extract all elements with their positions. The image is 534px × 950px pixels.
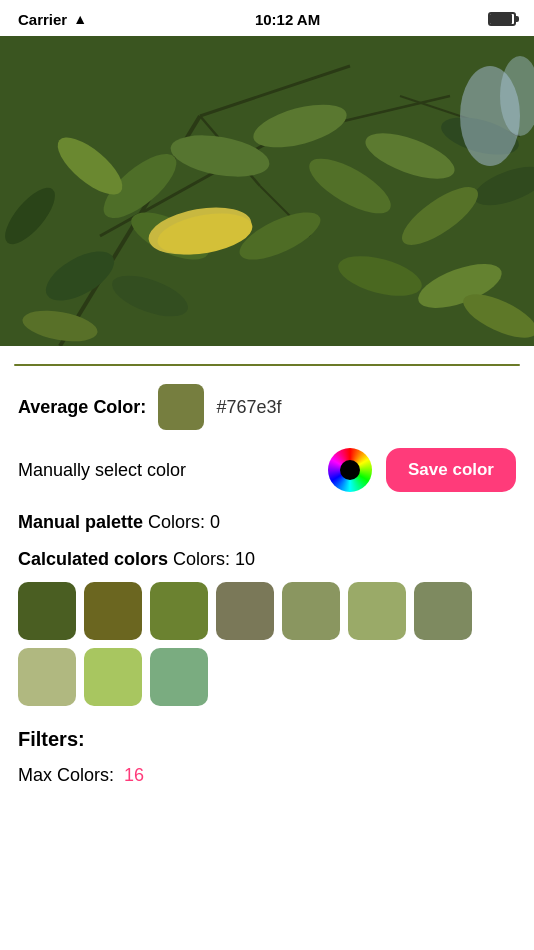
calculated-colors-label: Calculated colors xyxy=(18,549,168,569)
average-color-hex: #767e3f xyxy=(216,397,281,418)
average-color-row: Average Color: #767e3f xyxy=(18,384,516,430)
plant-photo xyxy=(0,36,534,346)
status-carrier-wifi: Carrier ▲ xyxy=(18,11,87,28)
max-colors-label: Max Colors: xyxy=(18,765,114,786)
calculated-colors-grid xyxy=(18,582,516,706)
color-swatch-1[interactable] xyxy=(84,582,142,640)
wifi-icon: ▲ xyxy=(73,11,87,27)
manual-select-label: Manually select color xyxy=(18,460,314,481)
color-swatch-9[interactable] xyxy=(150,648,208,706)
color-swatch-5[interactable] xyxy=(348,582,406,640)
main-content: Average Color: #767e3f Manually select c… xyxy=(0,366,534,806)
color-swatch-6[interactable] xyxy=(414,582,472,640)
calculated-colors-count: Colors: 10 xyxy=(173,549,255,569)
color-swatch-0[interactable] xyxy=(18,582,76,640)
plant-svg xyxy=(0,36,534,346)
calculated-colors-header: Calculated colors Colors: 10 xyxy=(18,549,516,570)
save-color-button[interactable]: Save color xyxy=(386,448,516,492)
filters-header: Filters: xyxy=(18,728,516,751)
color-swatch-4[interactable] xyxy=(282,582,340,640)
color-swatch-3[interactable] xyxy=(216,582,274,640)
average-color-label: Average Color: xyxy=(18,397,146,418)
color-swatch-2[interactable] xyxy=(150,582,208,640)
color-swatch-7[interactable] xyxy=(18,648,76,706)
battery-container xyxy=(488,12,516,26)
color-wheel-picker[interactable] xyxy=(328,448,372,492)
battery-fill xyxy=(490,14,512,24)
status-bar: Carrier ▲ 10:12 AM xyxy=(0,0,534,36)
average-color-swatch xyxy=(158,384,204,430)
manual-palette-label: Manual palette xyxy=(18,512,143,532)
color-wheel-center xyxy=(340,460,360,480)
battery-icon xyxy=(488,12,516,26)
max-colors-value: 16 xyxy=(124,765,144,786)
carrier-label: Carrier xyxy=(18,11,67,28)
max-colors-row: Max Colors: 16 xyxy=(18,765,516,786)
manual-select-row: Manually select color Save color xyxy=(18,448,516,492)
status-time: 10:12 AM xyxy=(255,11,320,28)
color-swatch-8[interactable] xyxy=(84,648,142,706)
photo-container[interactable] xyxy=(0,36,534,346)
manual-palette-count: Colors: 0 xyxy=(148,512,220,532)
manual-palette-header: Manual palette Colors: 0 xyxy=(18,512,516,533)
